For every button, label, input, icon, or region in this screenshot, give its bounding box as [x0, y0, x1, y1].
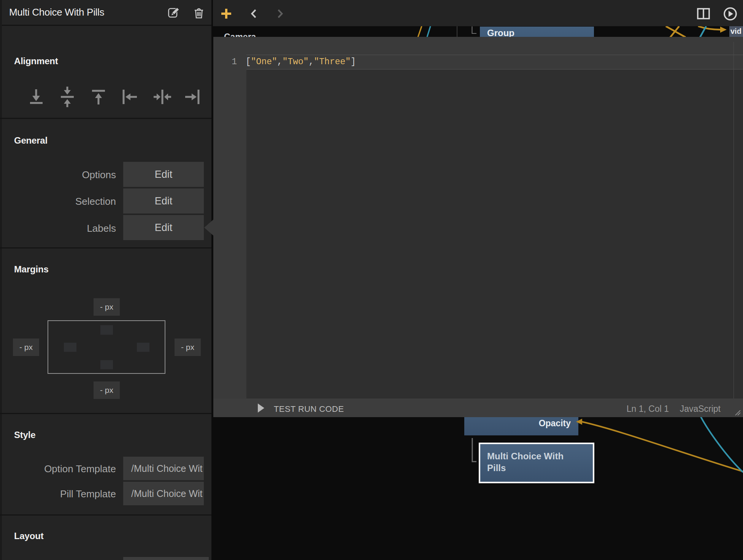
svg-text:vid: vid [730, 27, 741, 35]
svg-text:Group: Group [487, 28, 514, 38]
svg-text:Opacity: Opacity [539, 418, 571, 428]
